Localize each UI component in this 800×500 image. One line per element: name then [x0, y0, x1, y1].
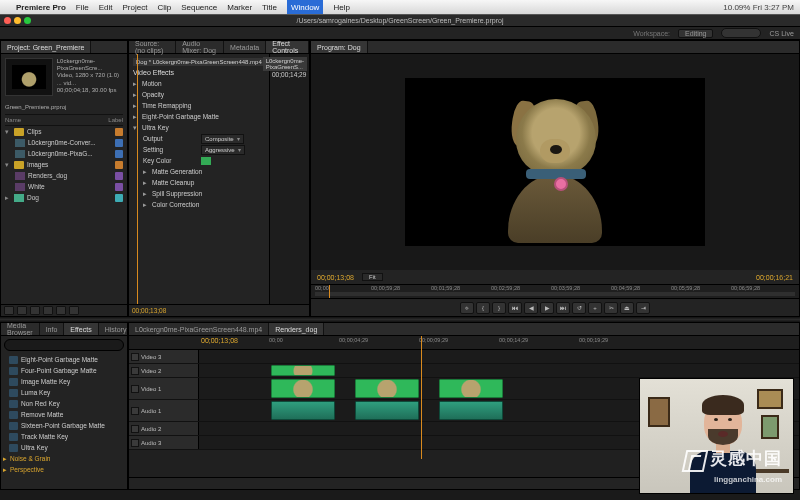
- menu-clip[interactable]: Clip: [157, 3, 171, 12]
- tab-effects[interactable]: Effects: [64, 323, 98, 335]
- fx-ultra-key[interactable]: ▾Ultra Key: [133, 122, 265, 133]
- menu-help[interactable]: Help: [333, 3, 349, 12]
- search-input[interactable]: [721, 28, 761, 38]
- track-toggle-icon[interactable]: [131, 367, 139, 375]
- tab-audiomixer[interactable]: Audio Mixer: Dog: [176, 41, 224, 53]
- set-in-button[interactable]: {: [476, 302, 490, 314]
- list-view-icon[interactable]: [4, 306, 14, 315]
- uk-setting[interactable]: SettingAggressive: [133, 144, 265, 155]
- uk-spill[interactable]: ▸Spill Suppression: [133, 188, 265, 199]
- track-toggle-icon[interactable]: [131, 407, 139, 415]
- zoom-fit-dropdown[interactable]: Fit: [362, 273, 383, 281]
- uk-keycolor[interactable]: Key Color: [133, 155, 265, 166]
- effect-item[interactable]: Luma Key: [1, 387, 127, 398]
- menu-edit[interactable]: Edit: [99, 3, 113, 12]
- effect-item[interactable]: Four-Point Garbage Matte: [1, 365, 127, 376]
- audio-clip[interactable]: [355, 401, 419, 420]
- effects-search-input[interactable]: [4, 339, 124, 351]
- menu-file[interactable]: File: [76, 3, 89, 12]
- effect-item[interactable]: Eight-Point Garbage Matte: [1, 354, 127, 365]
- workspace-dropdown[interactable]: Editing: [678, 29, 713, 38]
- image-item[interactable]: White: [5, 181, 123, 192]
- program-scrubber[interactable]: 00;00 00;00;59;28 00;01;59;28 00;02;59;2…: [311, 284, 799, 298]
- uk-mattegen[interactable]: ▸Matte Generation: [133, 166, 265, 177]
- lift-button[interactable]: ✂: [604, 302, 618, 314]
- track-toggle-icon[interactable]: [131, 353, 139, 361]
- new-item-icon[interactable]: [56, 306, 66, 315]
- effect-item[interactable]: Sixteen-Point Garbage Matte: [1, 420, 127, 431]
- menu-marker[interactable]: Marker: [227, 3, 252, 12]
- program-playhead[interactable]: [329, 285, 330, 298]
- find-icon[interactable]: [30, 306, 40, 315]
- menu-project[interactable]: Project: [123, 3, 148, 12]
- menu-window[interactable]: Window: [287, 0, 323, 14]
- effect-category[interactable]: ▸ Perspective: [1, 464, 127, 475]
- effect-item[interactable]: Non Red Key: [1, 398, 127, 409]
- uk-colorcorrect[interactable]: ▸Color Correction: [133, 199, 265, 210]
- cslive-button[interactable]: CS Live: [769, 30, 794, 37]
- timeline-playhead[interactable]: [421, 336, 422, 459]
- program-viewer[interactable]: [311, 54, 799, 270]
- tab-program[interactable]: Program: Dog: [311, 41, 368, 53]
- clip-item[interactable]: L0ckergn0me-PixaG...: [5, 148, 123, 159]
- effect-item[interactable]: Image Matte Key: [1, 376, 127, 387]
- video-clip[interactable]: L0ckergn0me-PixaGreenScre: [439, 379, 503, 398]
- fx-opacity[interactable]: ▸Opacity: [133, 89, 265, 100]
- extract-button[interactable]: ⏏: [620, 302, 634, 314]
- new-bin-icon[interactable]: [43, 306, 53, 315]
- fx-garbage-matte[interactable]: ▸Eight-Point Garbage Matte: [133, 111, 265, 122]
- track-toggle-icon[interactable]: [131, 425, 139, 433]
- bin-images[interactable]: ▾Images: [5, 159, 123, 170]
- tab-effect-controls[interactable]: Effect Controls: [266, 41, 309, 53]
- fx-timeremap[interactable]: ▸Time Remapping: [133, 100, 265, 111]
- effect-item[interactable]: Track Matte Key: [1, 431, 127, 442]
- effect-item[interactable]: Ultra Key: [1, 442, 127, 453]
- effect-category[interactable]: ▸ Noise & Grain: [1, 453, 127, 464]
- clip-item[interactable]: L0ckergn0me-Conver...: [5, 137, 123, 148]
- tab-seq-1[interactable]: L0ckergn0me-PixaGreenScreen448.mp4: [129, 323, 269, 335]
- minimize-icon[interactable]: [14, 17, 21, 24]
- play-button[interactable]: ▶: [540, 302, 554, 314]
- track-toggle-icon[interactable]: [131, 439, 139, 447]
- tab-media-browser[interactable]: Media Browser: [1, 323, 40, 335]
- track-v2[interactable]: Video 2: [129, 364, 799, 378]
- timeline-playhead-tc[interactable]: 00;00;13;08: [201, 337, 238, 344]
- fx-motion[interactable]: ▸Motion: [133, 78, 265, 89]
- video-clip[interactable]: L0ckergn0me-PixaGreenScre: [355, 379, 419, 398]
- audio-clip[interactable]: [439, 401, 503, 420]
- goto-in-button[interactable]: ⏮: [508, 302, 522, 314]
- window-traffic-lights[interactable]: [4, 17, 31, 24]
- tab-info[interactable]: Info: [40, 323, 65, 335]
- ec-playhead[interactable]: [137, 54, 138, 304]
- timeline-ruler[interactable]: 00;00;13;08 00;00 00;00;04;29 00;00;09;2…: [129, 336, 799, 350]
- sequence-item[interactable]: ▸Dog: [5, 192, 123, 203]
- set-out-button[interactable]: }: [492, 302, 506, 314]
- menu-title[interactable]: Title: [262, 3, 277, 12]
- export-frame-button[interactable]: ⇥: [636, 302, 650, 314]
- audio-clip[interactable]: [271, 401, 335, 420]
- tab-project[interactable]: Project: Green_Premiere: [1, 41, 91, 53]
- zoom-icon[interactable]: [24, 17, 31, 24]
- trash-icon[interactable]: [69, 306, 79, 315]
- close-icon[interactable]: [4, 17, 11, 24]
- output-dropdown[interactable]: Composite: [201, 134, 244, 144]
- menu-sequence[interactable]: Sequence: [181, 3, 217, 12]
- track-toggle-icon[interactable]: [131, 385, 139, 393]
- tab-metadata[interactable]: Metadata: [224, 41, 266, 53]
- tab-source[interactable]: Source:(no clips): [129, 41, 176, 53]
- mark-in-button[interactable]: ⎆: [460, 302, 474, 314]
- program-tc-left[interactable]: 00;00;13;08: [317, 274, 354, 281]
- setting-dropdown[interactable]: Aggressive: [201, 145, 245, 155]
- tab-seq-active[interactable]: Renders_dog: [269, 323, 324, 335]
- uk-mattecleanup[interactable]: ▸Matte Cleanup: [133, 177, 265, 188]
- video-clip[interactable]: L0ckergn0me-PixaGreenScre: [271, 379, 335, 398]
- video-clip[interactable]: [271, 365, 335, 376]
- project-preview-thumb[interactable]: [5, 58, 53, 96]
- uk-output[interactable]: OutputComposite: [133, 133, 265, 144]
- track-v3[interactable]: Video 3: [129, 350, 799, 364]
- step-back-button[interactable]: ◀: [524, 302, 538, 314]
- loop-button[interactable]: ↺: [572, 302, 586, 314]
- bin-header[interactable]: NameLabel: [5, 114, 123, 126]
- icon-view-icon[interactable]: [17, 306, 27, 315]
- bin-clips[interactable]: ▾Clips: [5, 126, 123, 137]
